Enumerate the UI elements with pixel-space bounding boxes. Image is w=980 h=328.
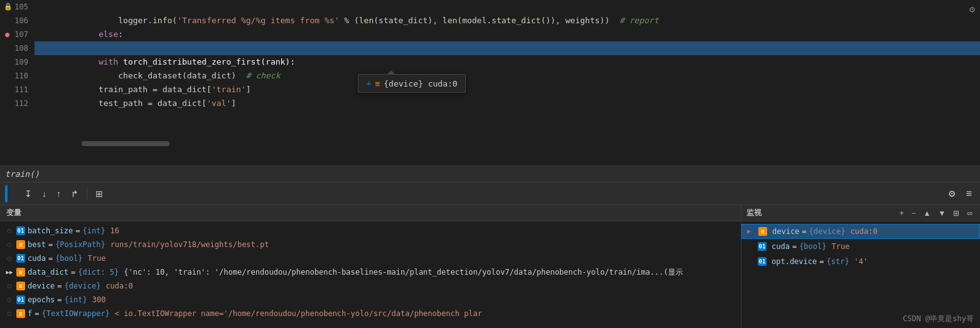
- var-value-batch-size: 16: [110, 224, 736, 238]
- code-line-108: with torch_distributed_zero_first(rank):: [35, 41, 980, 55]
- var-type-icon-epochs: 01: [16, 295, 25, 304]
- watch-value-opt-device: '4': [854, 254, 868, 269]
- line-num-112: 112: [0, 97, 35, 110]
- var-expand-cuda[interactable]: ○: [5, 254, 14, 263]
- watch-name-opt-device: opt.device: [772, 254, 817, 269]
- step-out-button[interactable]: ↑: [53, 187, 64, 201]
- watch-value-cuda: True: [832, 239, 850, 254]
- step-into-button[interactable]: ↧: [21, 187, 35, 201]
- gear-icon[interactable]: ⚙: [969, 4, 975, 15]
- attribution: CSDN @毕竟是shy哥: [903, 314, 974, 324]
- var-expand-f[interactable]: ○: [5, 309, 14, 318]
- var-item-batch-size[interactable]: ○ 01 batch_size = {int} 16: [0, 224, 741, 238]
- table-view-button[interactable]: ⊞: [92, 187, 106, 201]
- watch-item-opt-device[interactable]: 01 opt.device = {str} '4': [741, 254, 980, 269]
- variables-panel: 变量 ○ 01 batch_size = {int} 16 ○ ≡ best =…: [0, 205, 741, 328]
- var-expand-device[interactable]: ○: [5, 282, 14, 290]
- var-name-device: device: [28, 279, 55, 293]
- debug-toolbar: ↧ ↓ ↑ ↱ ⊞ ⚙ ≡: [0, 183, 980, 205]
- panel-close-button[interactable]: ≡: [963, 186, 975, 201]
- watch-item-device[interactable]: ▶ ≡ device = {device} cuda:0: [741, 224, 980, 239]
- var-item-data-dict[interactable]: ▶ ≡ data_dict = {dict: 5} {'nc': 10, 'tr…: [0, 265, 741, 279]
- horizontal-scrollbar[interactable]: [0, 140, 980, 147]
- var-type-icon-device: ≡: [16, 282, 25, 290]
- watch-name-device: device: [772, 224, 799, 239]
- var-name-batch-size: batch_size: [28, 224, 73, 238]
- tooltip-plus-icon: +: [366, 78, 371, 88]
- code-line-110: train_path = data_dict['train']: [35, 69, 980, 83]
- watch-down-arrow-button[interactable]: ▼: [936, 208, 949, 219]
- watch-panel-header: 监视 + − ▲ ▼ ⊞ ∞: [741, 205, 980, 221]
- watch-add-button[interactable]: +: [897, 208, 907, 219]
- watch-name-cuda: cuda: [772, 239, 790, 254]
- var-item-device[interactable]: ○ ≡ device = {device} cuda:0: [0, 279, 741, 293]
- watch-icon-opt-device: 01: [758, 257, 767, 266]
- panel-settings-button[interactable]: ⚙: [945, 187, 959, 201]
- var-expand-best[interactable]: ○: [5, 240, 14, 249]
- var-item-epochs[interactable]: ○ 01 epochs = {int} 300: [0, 293, 741, 307]
- line-num-111: 111: [0, 83, 35, 97]
- code-line-105: logger.info('Transferred %g/%g items fro…: [35, 0, 980, 14]
- var-value-best: runs/train/yolov718/weights/best.pt: [110, 238, 736, 251]
- var-type-icon-data-dict: ≡: [16, 268, 25, 277]
- var-item-cuda[interactable]: ○ 01 cuda = {bool} True: [0, 251, 741, 265]
- var-name-f: f: [28, 307, 32, 320]
- device-tooltip: + ≡ {device} cuda:0: [358, 74, 466, 93]
- watch-expand-device[interactable]: ▶: [747, 224, 753, 239]
- code-line-109: check_dataset(data_dict) # check: [35, 55, 980, 69]
- step-over-button[interactable]: ↓: [39, 187, 50, 201]
- toolbar-separator: [87, 188, 87, 200]
- tooltip-icon-list: ≡: [375, 79, 380, 88]
- bottom-panels: 变量 ○ 01 batch_size = {int} 16 ○ ≡ best =…: [0, 205, 980, 328]
- var-value-data-dict: {'nc': 10, 'train': '/home/rendoudou/phe…: [124, 265, 736, 279]
- var-name-epochs: epochs: [28, 293, 55, 307]
- editor-area: 🔒 105 106 107 108 109 110 111 112 logger…: [0, 0, 980, 166]
- watch-icon-cuda: 01: [758, 242, 767, 251]
- var-type-icon-cuda: 01: [16, 254, 25, 263]
- line-num-108: 108: [0, 41, 35, 55]
- var-item-f[interactable]: ○ ≡ f = {TextIOWrapper} < io.TextIOWrapp…: [0, 307, 741, 320]
- watch-expand-opt-device: [746, 254, 753, 269]
- watch-up-arrow-button[interactable]: ▲: [921, 208, 934, 219]
- watch-infinity-button[interactable]: ∞: [964, 208, 975, 219]
- var-name-cuda: cuda: [28, 251, 46, 265]
- code-line-112: [35, 97, 980, 110]
- var-value-f: < io.TextIOWrapper name='/home/rendoudou…: [115, 307, 736, 320]
- var-type-icon-f: ≡: [16, 309, 25, 318]
- watch-title: 监视: [746, 208, 762, 218]
- line-num-105: 🔒 105: [0, 0, 35, 14]
- var-expand-data-dict[interactable]: ▶: [5, 268, 14, 277]
- watch-value-device: cuda:0: [850, 224, 877, 239]
- call-stack-text: train(): [5, 169, 40, 179]
- watch-icon-device: ≡: [758, 227, 767, 236]
- var-value-device: cuda:0: [105, 279, 736, 293]
- scroll-thumb[interactable]: [82, 141, 170, 146]
- var-expand-batch-size[interactable]: ○: [5, 226, 14, 235]
- var-value-epochs: 300: [92, 293, 736, 307]
- var-item-best[interactable]: ○ ≡ best = {PosixPath} runs/train/yolov7…: [0, 238, 741, 251]
- code-line-111: test_path = data_dict['val']: [35, 83, 980, 97]
- editor-settings-icon[interactable]: ⚙: [969, 4, 975, 15]
- step-back-button[interactable]: ↱: [68, 187, 82, 201]
- watch-panel: 监视 + − ▲ ▼ ⊞ ∞ ▶ ≡ device = {device} cud…: [741, 205, 980, 328]
- watch-content: ▶ ≡ device = {device} cuda:0 01 cuda = {…: [741, 221, 980, 328]
- var-name-best: best: [28, 238, 46, 251]
- var-name-data-dict: data_dict: [28, 265, 68, 279]
- watch-copy-button[interactable]: ⊞: [950, 208, 962, 219]
- toolbar-right: ⚙ ≡: [945, 186, 975, 201]
- var-type-icon-batch-size: 01: [16, 226, 25, 235]
- line-num-109: 109: [0, 55, 35, 69]
- code-line-107: model = Model(opt.cfg, ch=3, nc=nc, anch…: [35, 28, 980, 41]
- watch-item-cuda[interactable]: 01 cuda = {bool} True: [741, 239, 980, 254]
- watch-expand-cuda: [746, 239, 753, 254]
- var-type-icon-best: ≡: [16, 240, 25, 249]
- call-stack-bar: train(): [0, 166, 980, 183]
- var-value-cuda: True: [88, 251, 736, 265]
- var-expand-epochs[interactable]: ○: [5, 295, 14, 304]
- line-num-110: 110: [0, 69, 35, 83]
- code-line-106: else:: [35, 14, 980, 28]
- attribution-text: CSDN @毕竟是shy哥: [903, 314, 974, 323]
- variables-content: ○ 01 batch_size = {int} 16 ○ ≡ best = {P…: [0, 221, 741, 328]
- left-indicator: [5, 183, 18, 205]
- watch-up-button[interactable]: −: [909, 208, 918, 219]
